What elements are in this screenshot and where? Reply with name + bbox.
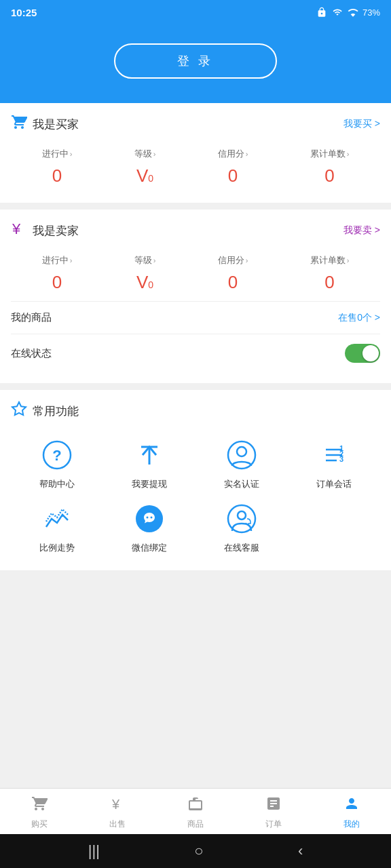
chat-icon: 1 2 3 xyxy=(316,437,352,473)
nav-buy[interactable]: 购买 xyxy=(0,795,78,830)
svg-text:?: ? xyxy=(52,447,61,464)
battery-text: 73% xyxy=(362,7,380,18)
buyer-stat-credit-label: 信用分 › xyxy=(218,148,248,160)
functions-title-text: 常用功能 xyxy=(33,403,79,419)
withdraw-icon xyxy=(132,437,167,473)
service-icon xyxy=(224,501,259,536)
functions-title: 常用功能 xyxy=(11,401,79,421)
nav-goods-icon xyxy=(187,795,204,816)
login-button[interactable]: 登 录 xyxy=(114,43,277,79)
functions-card: 常用功能 ? 帮助中心 我要提现 xyxy=(0,390,391,570)
svg-point-7 xyxy=(237,447,246,456)
nav-order-icon xyxy=(265,795,282,816)
seller-stats: 进行中 › 0 等级 › V0 信用分 › 0 累计单数 › 0 xyxy=(11,252,380,298)
seller-extra: 我的商品 在售0个 > 在线状态 xyxy=(11,301,380,372)
function-withdraw-label: 我要提现 xyxy=(132,478,167,490)
nav-sell-label: 出售 xyxy=(109,818,126,830)
buyer-stat-total-value: 0 xyxy=(324,165,334,186)
functions-grid: ? 帮助中心 我要提现 实名认 xyxy=(11,432,380,559)
buyer-stat-total[interactable]: 累计单数 › 0 xyxy=(310,148,350,186)
status-time: 10:25 xyxy=(11,7,37,18)
buyer-stats: 进行中 › 0 等级 › V0 信用分 › 0 累计单数 › 0 xyxy=(11,145,380,192)
function-withdraw[interactable]: 我要提现 xyxy=(103,437,196,490)
help-icon: ? xyxy=(39,437,75,473)
seller-stat-total-label: 累计单数 › xyxy=(310,254,350,267)
nav-goods[interactable]: 商品 xyxy=(156,795,234,830)
seller-goods-label: 我的商品 xyxy=(11,311,52,324)
svg-point-16 xyxy=(151,517,153,519)
nav-sell-icon: ¥ xyxy=(109,795,126,816)
buyer-stat-credit[interactable]: 信用分 › 0 xyxy=(218,148,248,186)
online-toggle[interactable] xyxy=(345,344,380,363)
nav-goods-label: 商品 xyxy=(187,818,204,830)
seller-title-text: 我是卖家 xyxy=(33,223,79,239)
function-help[interactable]: ? 帮助中心 xyxy=(11,437,103,490)
signal-icon xyxy=(348,7,358,18)
function-chat-label: 订单会话 xyxy=(316,478,352,490)
function-trend[interactable]: 比例走势 xyxy=(11,501,103,554)
bottom-nav: 购买 ¥ 出售 商品 订单 我的 xyxy=(0,788,391,834)
cart-icon xyxy=(11,114,27,134)
gesture-recent[interactable]: ||| xyxy=(88,842,100,860)
buyer-header: 我是买家 我要买 > xyxy=(11,114,380,134)
yen-icon: ¥ xyxy=(11,220,27,241)
seller-stat-total-value: 0 xyxy=(324,272,334,293)
seller-link[interactable]: 我要卖 > xyxy=(343,224,380,237)
buyer-stat-credit-value: 0 xyxy=(228,165,238,186)
nav-mine-label: 我的 xyxy=(343,818,360,830)
seller-stat-credit-value: 0 xyxy=(228,272,238,293)
nav-order[interactable]: 订单 xyxy=(235,795,313,830)
notification-icon xyxy=(316,7,327,18)
seller-stat-ongoing[interactable]: 进行中 › 0 xyxy=(42,254,73,293)
seller-stat-level-label: 等级 › xyxy=(134,254,156,267)
nav-sell[interactable]: ¥ 出售 xyxy=(78,795,156,830)
seller-online-label: 在线状态 xyxy=(11,347,52,360)
buyer-link[interactable]: 我要买 > xyxy=(343,118,380,130)
svg-text:¥: ¥ xyxy=(12,220,21,237)
seller-header: ¥ 我是卖家 我要卖 > xyxy=(11,220,380,241)
function-wechat[interactable]: 微信绑定 xyxy=(103,501,196,554)
buyer-card: 我是买家 我要买 > 进行中 › 0 等级 › V0 信用分 › 0 累计单数 … xyxy=(0,103,391,203)
seller-stat-credit-label: 信用分 › xyxy=(218,254,248,267)
gesture-bar: ||| ○ ‹ xyxy=(0,834,391,868)
buyer-title-text: 我是买家 xyxy=(33,117,79,132)
seller-stat-level[interactable]: 等级 › V0 xyxy=(134,254,156,293)
function-chat[interactable]: 1 2 3 订单会话 xyxy=(288,437,380,490)
gesture-home[interactable]: ○ xyxy=(194,842,203,860)
nav-mine[interactable]: 我的 xyxy=(313,795,391,830)
wechat-icon xyxy=(132,501,167,536)
nav-buy-icon xyxy=(31,795,48,816)
nav-order-label: 订单 xyxy=(265,818,282,830)
svg-text:¥: ¥ xyxy=(111,797,120,812)
seller-stat-total[interactable]: 累计单数 › 0 xyxy=(310,254,350,293)
buyer-stat-total-label: 累计单数 › xyxy=(310,148,350,160)
function-realname-label: 实名认证 xyxy=(224,478,259,490)
function-realname[interactable]: 实名认证 xyxy=(196,437,288,490)
buyer-stat-level[interactable]: 等级 › V0 xyxy=(134,148,156,186)
header: 登 录 xyxy=(0,24,391,103)
seller-goods-row[interactable]: 我的商品 在售0个 > xyxy=(11,302,380,334)
buyer-stat-level-value: V0 xyxy=(136,165,153,186)
trend-icon xyxy=(39,501,75,536)
buyer-stat-ongoing[interactable]: 进行中 › 0 xyxy=(42,148,73,186)
svg-point-15 xyxy=(147,517,149,519)
seller-title: ¥ 我是卖家 xyxy=(11,220,79,241)
status-icons: 73% xyxy=(316,7,380,18)
seller-card: ¥ 我是卖家 我要卖 > 进行中 › 0 等级 › V0 信用分 › 0 累计单… xyxy=(0,210,391,383)
function-help-label: 帮助中心 xyxy=(39,478,75,490)
main-content: 我是买家 我要买 > 进行中 › 0 等级 › V0 信用分 › 0 累计单数 … xyxy=(0,103,391,788)
buyer-title: 我是买家 xyxy=(11,114,79,134)
seller-online-row: 在线状态 xyxy=(11,334,380,372)
seller-stat-credit[interactable]: 信用分 › 0 xyxy=(218,254,248,293)
realname-icon xyxy=(224,437,259,473)
function-service[interactable]: 在线客服 xyxy=(196,501,288,554)
seller-goods-value: 在售0个 > xyxy=(338,312,380,324)
seller-stat-ongoing-label: 进行中 › xyxy=(42,254,73,267)
functions-header: 常用功能 xyxy=(11,401,380,421)
gesture-back[interactable]: ‹ xyxy=(298,842,303,860)
buyer-stat-ongoing-label: 进行中 › xyxy=(42,148,73,160)
seller-stat-ongoing-value: 0 xyxy=(52,272,62,293)
nav-buy-label: 购买 xyxy=(31,818,48,830)
svg-point-18 xyxy=(238,511,246,519)
svg-marker-1 xyxy=(12,402,26,415)
